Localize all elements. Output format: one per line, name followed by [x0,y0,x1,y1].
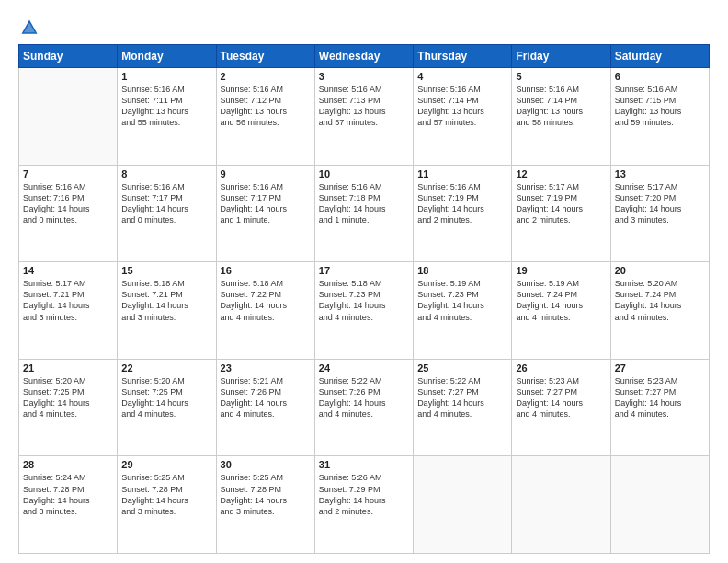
day-info-line: Sunrise: 5:19 AM [516,278,606,289]
day-number: 26 [516,362,606,373]
day-number: 18 [417,265,507,276]
day-number: 1 [121,71,211,82]
weekday-monday: Monday [118,45,216,68]
day-info-line: Sunrise: 5:22 AM [417,375,507,386]
week-row-5: 28Sunrise: 5:24 AMSunset: 7:28 PMDayligh… [19,456,710,554]
day-info-line: Sunset: 7:22 PM [221,289,311,300]
calendar-cell: 23Sunrise: 5:21 AMSunset: 7:26 PMDayligh… [216,359,314,456]
day-info-line: Sunrise: 5:20 AM [615,278,705,289]
day-info-line: Daylight: 14 hours [121,397,211,408]
day-info-line: Daylight: 14 hours [221,300,311,311]
day-info-line: Daylight: 13 hours [121,106,211,117]
day-info-line: and 3 minutes. [615,214,705,225]
day-info-line: and 1 minute. [221,214,311,225]
day-info-line: Daylight: 14 hours [417,397,507,408]
day-info-line: Sunrise: 5:23 AM [516,375,606,386]
day-number: 24 [319,362,409,373]
day-info-line: and 57 minutes. [417,117,507,128]
day-info-line: Daylight: 14 hours [615,203,705,214]
day-info-line: Sunrise: 5:17 AM [516,181,606,192]
day-info-line: Sunset: 7:26 PM [319,386,409,397]
calendar-cell: 26Sunrise: 5:23 AMSunset: 7:27 PMDayligh… [512,359,610,456]
day-info-line: Sunrise: 5:25 AM [221,472,311,483]
calendar-cell: 18Sunrise: 5:19 AMSunset: 7:23 PMDayligh… [414,262,512,360]
calendar-cell: 30Sunrise: 5:25 AMSunset: 7:28 PMDayligh… [216,456,314,554]
day-info-line: Sunset: 7:24 PM [516,289,606,300]
weekday-wednesday: Wednesday [314,45,413,68]
day-info-line: Sunset: 7:28 PM [121,484,211,495]
weekday-saturday: Saturday [610,45,709,68]
day-info-line: Sunrise: 5:16 AM [516,84,606,95]
day-info-line: Sunrise: 5:22 AM [319,375,409,386]
day-info-line: Daylight: 14 hours [516,300,606,311]
day-number: 11 [417,168,507,179]
day-info-line: Sunset: 7:27 PM [615,386,705,397]
day-number: 17 [319,265,409,276]
day-info-line: Daylight: 14 hours [23,397,113,408]
day-info-line: and 4 minutes. [615,408,705,419]
day-info-line: Sunrise: 5:18 AM [319,278,409,289]
calendar-cell: 9Sunrise: 5:16 AMSunset: 7:17 PMDaylight… [216,165,314,262]
day-info-line: Daylight: 14 hours [516,397,606,408]
day-number: 13 [615,168,705,179]
day-info-line: and 3 minutes. [23,506,113,517]
day-info-line: Sunrise: 5:18 AM [221,278,311,289]
day-info-line: and 4 minutes. [516,408,606,419]
calendar-cell: 8Sunrise: 5:16 AMSunset: 7:17 PMDaylight… [118,165,216,262]
day-number: 16 [221,265,311,276]
day-info-line: and 58 minutes. [516,117,606,128]
day-info-line: Sunrise: 5:20 AM [23,375,113,386]
day-number: 27 [615,362,705,373]
day-info-line: and 3 minutes. [121,312,211,323]
calendar-cell: 19Sunrise: 5:19 AMSunset: 7:24 PMDayligh… [512,262,610,360]
calendar-cell: 12Sunrise: 5:17 AMSunset: 7:19 PMDayligh… [512,165,610,262]
week-row-2: 7Sunrise: 5:16 AMSunset: 7:16 PMDaylight… [19,165,710,262]
day-info-line: Sunrise: 5:21 AM [221,375,311,386]
day-number: 4 [417,71,507,82]
day-info-line: Sunrise: 5:16 AM [417,84,507,95]
day-info-line: Daylight: 14 hours [417,300,507,311]
day-number: 8 [121,168,211,179]
day-info-line: Daylight: 13 hours [615,106,705,117]
day-number: 7 [23,168,113,179]
day-info-line: and 4 minutes. [417,312,507,323]
day-number: 28 [23,459,113,470]
day-info-line: Sunset: 7:23 PM [319,289,409,300]
day-info-line: Sunrise: 5:17 AM [23,278,113,289]
day-info-line: Sunset: 7:18 PM [319,192,409,203]
day-info-line: and 4 minutes. [319,408,409,419]
day-info-line: Sunrise: 5:16 AM [417,181,507,192]
day-info-line: Sunrise: 5:16 AM [121,84,211,95]
day-info-line: Sunset: 7:26 PM [221,386,311,397]
day-number: 14 [23,265,113,276]
day-info-line: Sunrise: 5:16 AM [121,181,211,192]
day-number: 10 [319,168,409,179]
day-info-line: and 2 minutes. [319,506,409,517]
day-info-line: Sunset: 7:13 PM [319,95,409,106]
day-number: 19 [516,265,606,276]
day-number: 29 [121,459,211,470]
day-number: 6 [615,71,705,82]
day-info-line: Sunrise: 5:16 AM [23,181,113,192]
calendar-cell: 20Sunrise: 5:20 AMSunset: 7:24 PMDayligh… [610,262,709,360]
week-row-4: 21Sunrise: 5:20 AMSunset: 7:25 PMDayligh… [19,359,710,456]
day-info-line: and 59 minutes. [615,117,705,128]
day-info-line: Sunset: 7:16 PM [23,192,113,203]
week-row-3: 14Sunrise: 5:17 AMSunset: 7:21 PMDayligh… [19,262,710,360]
day-info-line: Sunrise: 5:24 AM [23,472,113,483]
day-info-line: Daylight: 14 hours [23,203,113,214]
calendar-cell [19,68,118,166]
day-info-line: and 57 minutes. [319,117,409,128]
day-info-line: and 2 minutes. [516,214,606,225]
weekday-thursday: Thursday [414,45,512,68]
day-info-line: Daylight: 14 hours [121,300,211,311]
day-info-line: Sunrise: 5:16 AM [615,84,705,95]
calendar-cell: 6Sunrise: 5:16 AMSunset: 7:15 PMDaylight… [610,68,709,166]
calendar-cell: 16Sunrise: 5:18 AMSunset: 7:22 PMDayligh… [216,262,314,360]
calendar-cell: 10Sunrise: 5:16 AMSunset: 7:18 PMDayligh… [314,165,413,262]
day-info-line: Daylight: 14 hours [319,495,409,506]
calendar-cell: 21Sunrise: 5:20 AMSunset: 7:25 PMDayligh… [19,359,118,456]
day-info-line: Daylight: 13 hours [319,106,409,117]
day-info-line: and 4 minutes. [319,312,409,323]
day-info-line: and 4 minutes. [121,408,211,419]
